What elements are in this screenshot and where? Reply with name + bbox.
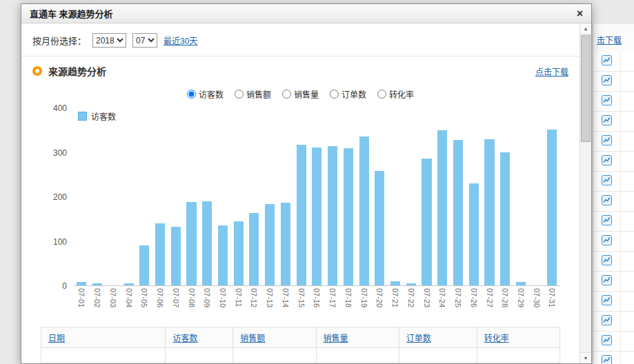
line-chart-icon[interactable] (602, 235, 612, 248)
metric-label: 访客数 (199, 88, 224, 100)
bar-07-24 (437, 130, 447, 285)
metric-radio-1[interactable]: 访客数 (187, 88, 224, 100)
background-table-cell (593, 152, 621, 171)
chart-x-axis-labels: 07-0107-0207-0307-0407-0507-0607-0707-08… (41, 288, 560, 320)
modal-scrollbar[interactable]: ▲ ▼ (579, 23, 591, 363)
bar-slot (388, 108, 404, 285)
line-chart-icon[interactable] (602, 355, 612, 364)
bar-slot (184, 108, 199, 285)
background-table-cell (621, 72, 634, 91)
y-tick-label: 300 (53, 148, 67, 158)
bar-07-22 (406, 283, 416, 285)
table-sort-header[interactable]: 访客数 (172, 334, 197, 343)
bar-07-31 (547, 130, 557, 285)
line-chart-icon[interactable] (602, 335, 612, 348)
radio-input[interactable] (330, 90, 339, 99)
year-select[interactable]: 2018 (92, 33, 126, 48)
bar-07-19 (359, 136, 369, 285)
background-table-cell (593, 352, 621, 364)
background-table-cell (621, 252, 634, 271)
x-tick-label: 07-12 (250, 288, 258, 320)
line-chart-icon[interactable] (602, 295, 612, 308)
bar-slot (497, 108, 513, 285)
line-chart-icon[interactable] (602, 55, 612, 68)
table-sort-header[interactable]: 销售量 (324, 334, 348, 343)
line-chart-icon[interactable] (602, 215, 612, 228)
background-table-cell (621, 352, 634, 364)
bar-slot (121, 108, 137, 285)
radio-input[interactable] (235, 90, 244, 99)
bar-slot (372, 108, 388, 285)
x-tick-label: 07-25 (454, 288, 462, 320)
bar-slot (137, 108, 152, 285)
x-tick-label: 07-01 (77, 288, 86, 320)
y-tick-label: 400 (53, 103, 67, 113)
bar-slot (105, 108, 121, 285)
background-table-cell (621, 312, 634, 331)
line-chart-icon[interactable] (602, 315, 612, 328)
background-table-row (593, 252, 634, 272)
scrollbar-thumb[interactable] (581, 35, 591, 142)
background-table-cell (621, 52, 634, 71)
metric-radio-4[interactable]: 订单数 (330, 88, 366, 100)
bar-07-17 (328, 146, 337, 285)
table-cell (399, 348, 477, 363)
radio-input[interactable] (282, 90, 291, 99)
table-sort-header[interactable]: 日期 (48, 334, 65, 343)
background-table-cell (593, 92, 621, 111)
x-tick-label: 07-08 (187, 288, 195, 320)
background-table-row (593, 112, 634, 132)
metric-radio-5[interactable]: 转化率 (377, 88, 414, 100)
table-header-row: 日期访客数销售额销售量订单数转化率 (41, 327, 560, 348)
bar-slot (262, 108, 278, 285)
bar-07-09 (202, 201, 212, 285)
bar-07-06 (155, 223, 165, 285)
line-chart-icon[interactable] (602, 195, 612, 208)
bar-slot (152, 108, 168, 285)
bar-slot (278, 108, 294, 285)
table-sort-header[interactable]: 转化率 (484, 334, 509, 343)
bar-07-26 (469, 183, 479, 285)
month-filter-label: 按月份选择： (32, 34, 86, 47)
background-table-cell (621, 192, 634, 211)
radio-input[interactable] (377, 90, 386, 99)
x-tick-label: 07-18 (344, 288, 353, 320)
background-table-row (593, 292, 634, 312)
bar-slot (528, 108, 544, 285)
line-chart-icon[interactable] (602, 175, 612, 188)
section-header: 来源趋势分析 点击下载 (21, 57, 579, 78)
bar-slot (419, 108, 435, 285)
orange-ring-icon (32, 66, 42, 76)
background-table-row (593, 192, 634, 212)
metric-label: 销售额 (246, 88, 271, 100)
recent-30-days-link[interactable]: 最近30天 (164, 34, 197, 46)
line-chart-icon[interactable] (602, 75, 612, 88)
download-link[interactable]: 点击下载 (535, 65, 568, 77)
bar-07-13 (265, 204, 275, 285)
scroll-up-icon[interactable]: ▲ (580, 23, 591, 34)
bar-07-20 (375, 171, 384, 285)
line-chart-icon[interactable] (602, 155, 612, 168)
line-chart-icon[interactable] (602, 255, 612, 268)
line-chart-icon[interactable] (602, 95, 612, 108)
background-table-row (593, 92, 634, 112)
table-sort-header[interactable]: 订单数 (406, 334, 431, 343)
scroll-down-icon[interactable]: ▼ (580, 352, 591, 363)
line-chart-icon[interactable] (602, 275, 612, 288)
close-icon[interactable]: × (577, 8, 583, 19)
x-tick-label: 07-07 (172, 288, 180, 320)
month-select[interactable]: 07 (132, 33, 157, 48)
background-download-link[interactable]: 击下载 (597, 34, 622, 46)
x-tick-label: 07-04 (125, 288, 133, 320)
line-chart-icon[interactable] (602, 115, 612, 128)
table-sort-header[interactable]: 销售额 (240, 334, 265, 343)
bar-07-11 (234, 221, 244, 285)
radio-input[interactable] (187, 90, 196, 99)
line-chart-icon[interactable] (602, 135, 612, 148)
bar-slot (450, 108, 466, 285)
metric-radio-3[interactable]: 销售量 (282, 88, 319, 100)
metric-radio-2[interactable]: 销售额 (235, 88, 271, 100)
background-table-cell (593, 332, 621, 351)
background-table-row (593, 172, 634, 192)
background-table-cell (621, 112, 634, 131)
